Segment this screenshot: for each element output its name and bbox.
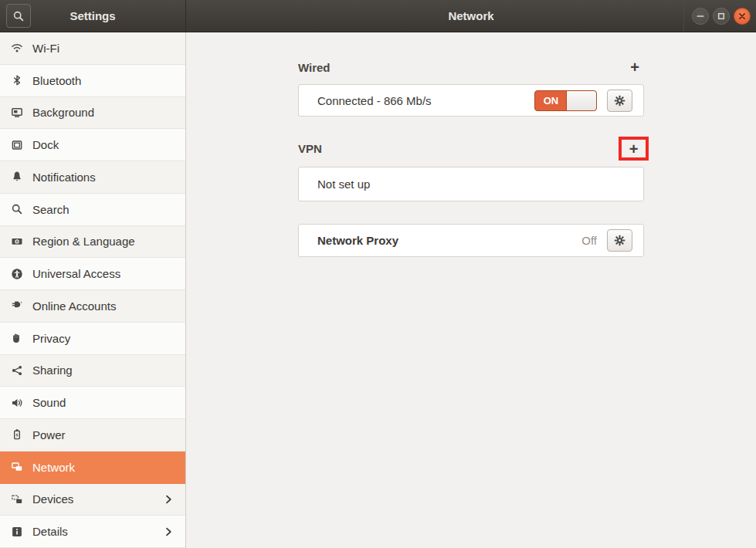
gear-icon <box>613 94 626 107</box>
vpn-status: Not set up <box>317 178 370 191</box>
wired-settings-button[interactable] <box>607 90 632 112</box>
sidebar-item-label: Background <box>32 106 94 119</box>
bluetooth-icon <box>11 74 23 86</box>
sidebar-item-region-language[interactable]: Region & Language <box>0 226 185 259</box>
sidebar-item-background[interactable]: Background <box>0 97 185 130</box>
maximize-button[interactable] <box>713 8 730 25</box>
proxy-settings-button[interactable] <box>607 229 632 252</box>
minimize-icon <box>694 10 707 22</box>
sidebar-item-label: Details <box>32 525 68 538</box>
sidebar-item-power[interactable]: Power <box>0 419 185 452</box>
sidebar-item-label: Bluetooth <box>32 74 81 87</box>
search-icon <box>11 203 23 215</box>
wired-toggle[interactable]: ON <box>534 90 597 111</box>
add-wired-button[interactable]: + <box>625 59 644 75</box>
wired-card: Connected - 866 Mb/s ON <box>298 84 644 117</box>
sidebar: Wi-FiBluetoothBackgroundDockNotification… <box>0 32 186 548</box>
magnifier-icon <box>12 10 25 22</box>
window-controls <box>683 0 751 32</box>
search-button[interactable] <box>6 4 31 28</box>
sidebar-item-label: Dock <box>32 138 59 151</box>
sidebar-item-dock[interactable]: Dock <box>0 129 185 161</box>
hand-icon <box>11 332 23 344</box>
toggle-on-label: ON <box>535 91 567 110</box>
sidebar-item-label: Notifications <box>32 171 96 184</box>
annotation-highlight: + <box>619 137 649 161</box>
battery-icon <box>11 428 23 441</box>
sidebar-item-label: Sound <box>32 396 66 409</box>
sidebar-item-label: Wi-Fi <box>32 42 59 55</box>
vpn-title: VPN <box>298 142 322 155</box>
info-icon <box>11 526 23 538</box>
online-accounts-icon <box>11 299 23 312</box>
proxy-title: Network Proxy <box>317 234 398 247</box>
sidebar-item-label: Search <box>32 203 69 216</box>
sidebar-item-devices[interactable]: Devices <box>0 484 185 516</box>
headerbar: Settings Network <box>0 0 756 32</box>
devices-icon <box>11 493 23 506</box>
sidebar-item-label: Devices <box>32 492 73 506</box>
page-title: Network <box>448 9 493 22</box>
flag-icon <box>11 235 23 248</box>
wired-status: Connected - 866 Mb/s <box>317 94 432 107</box>
sidebar-item-privacy[interactable]: Privacy <box>0 323 185 355</box>
speaker-icon <box>11 397 23 409</box>
content-column: Wired + Connected - 866 Mb/s ON VPN <box>298 59 644 257</box>
accessibility-icon <box>11 268 23 280</box>
vpn-card: Not set up <box>298 167 644 201</box>
headerbar-left: Settings <box>0 0 186 32</box>
window-title-left: Settings <box>69 9 115 22</box>
background-icon <box>11 107 23 119</box>
wired-title: Wired <box>298 61 331 74</box>
wifi-icon <box>11 42 23 54</box>
sidebar-item-label: Privacy <box>32 332 70 345</box>
app-body: Wi-FiBluetoothBackgroundDockNotification… <box>0 32 756 548</box>
sidebar-item-label: Online Accounts <box>32 299 116 313</box>
add-vpn-button[interactable]: + <box>629 141 639 157</box>
vpn-section-header: VPN + <box>298 137 644 161</box>
chevron-right-icon <box>162 526 175 538</box>
sidebar-item-label: Universal Access <box>32 267 120 280</box>
sidebar-item-network[interactable]: Network <box>0 452 185 484</box>
network-icon <box>11 461 23 473</box>
sidebar-item-label: Region & Language <box>32 235 135 248</box>
chevron-right-icon <box>162 493 175 506</box>
main-content: Wired + Connected - 866 Mb/s ON VPN <box>186 32 756 548</box>
sidebar-item-wifi[interactable]: Wi-Fi <box>0 32 185 65</box>
sidebar-item-notifications[interactable]: Notifications <box>0 161 185 194</box>
settings-window: Settings Network Wi-FiBluetoothBackgroun… <box>0 0 756 548</box>
gear-icon <box>613 234 626 247</box>
sidebar-item-label: Power <box>32 428 66 441</box>
wired-section-header: Wired + <box>298 59 644 76</box>
close-icon <box>736 10 748 22</box>
sidebar-item-sharing[interactable]: Sharing <box>0 355 185 387</box>
proxy-state: Off <box>581 234 597 247</box>
toggle-knob <box>566 91 596 110</box>
close-button[interactable] <box>734 8 751 25</box>
minimize-button[interactable] <box>692 8 709 25</box>
maximize-icon <box>715 10 727 22</box>
sidebar-item-universal-access[interactable]: Universal Access <box>0 258 185 290</box>
network-proxy-card: Network Proxy Off <box>298 224 644 257</box>
bell-icon <box>11 171 23 183</box>
sidebar-item-online-accounts[interactable]: Online Accounts <box>0 290 185 323</box>
headerbar-right: Network <box>186 0 756 32</box>
sidebar-item-label: Sharing <box>32 364 73 377</box>
sidebar-item-details[interactable]: Details <box>0 516 185 548</box>
dock-icon <box>11 139 23 151</box>
sidebar-item-sound[interactable]: Sound <box>0 387 185 419</box>
sidebar-item-search[interactable]: Search <box>0 194 185 226</box>
sidebar-item-bluetooth[interactable]: Bluetooth <box>0 65 185 97</box>
share-icon <box>11 364 23 377</box>
sidebar-item-label: Network <box>32 461 75 474</box>
